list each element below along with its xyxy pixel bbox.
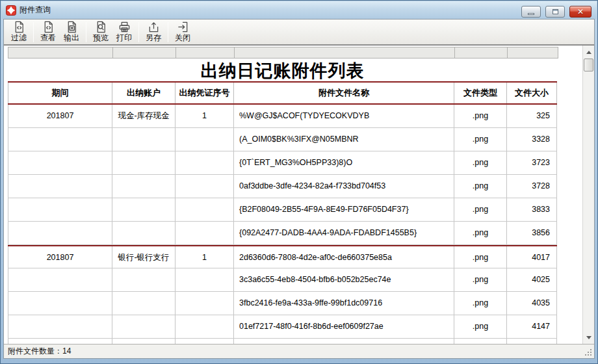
- titlebar[interactable]: 附件查询 ✕: [1, 1, 597, 19]
- cell-period: [8, 151, 112, 174]
- cell-account: [112, 268, 176, 291]
- cell-file-type: .png: [454, 315, 507, 338]
- cell-period: [8, 198, 112, 221]
- print-button[interactable]: 打印: [112, 20, 136, 44]
- view-button[interactable]: 查看: [36, 20, 60, 44]
- cell-file-name: {B2F08049-2B55-4F9A-8E49-FD76F05D4F37}: [234, 198, 454, 221]
- scroll-up-button[interactable]: [584, 47, 594, 57]
- save-as-button[interactable]: 另存: [142, 20, 165, 44]
- cell-file-size: 4017: [507, 246, 557, 268]
- toolbar-separator: [33, 22, 34, 42]
- table-row[interactable]: 201807 银行-银行支行 1 2d6360d6-7808-4d2e-af0c…: [8, 245, 557, 268]
- cell-file-name: {0T`ERT_MG3%OH5PP33)8)O: [234, 151, 454, 174]
- cell-file-size: 3728: [507, 175, 557, 198]
- close-icon: ✕: [577, 8, 584, 16]
- table-header-row: 期间 出纳账户 出纳凭证序号 附件文件名称 文件类型 文件大小: [8, 81, 557, 105]
- table-row-clipped[interactable]: [8, 339, 557, 344]
- cell-file-type: .png: [454, 175, 507, 198]
- cell-period: [8, 128, 112, 151]
- attachment-table: 期间 出纳账户 出纳凭证序号 附件文件名称 文件类型 文件大小 201807 现…: [8, 81, 557, 344]
- minimize-icon: [528, 13, 534, 15]
- cell-file-size: 325: [507, 105, 557, 127]
- cell-file-size: 4035: [507, 292, 557, 315]
- cell-account: [112, 315, 176, 338]
- cell-file-size: [507, 339, 557, 344]
- table-row[interactable]: {092A2477-DADB-4AA4-9ADA-FDABDF1455B5} .…: [8, 222, 557, 245]
- client-area: 过滤 查看 输出: [3, 19, 595, 359]
- cell-file-name: 0af3ddbe-3dfe-4234-82a4-f733bd704f53: [234, 175, 454, 198]
- toolbar-separator: [168, 22, 168, 42]
- output-button[interactable]: 输出: [60, 20, 83, 44]
- table-row[interactable]: {B2F08049-2B55-4F9A-8E49-FD76F05D4F37} .…: [8, 198, 557, 222]
- toolbar-separator: [138, 22, 139, 42]
- cell-voucher-no: [176, 128, 234, 151]
- cell-account: [112, 292, 176, 315]
- column-header: 文件类型: [454, 83, 507, 103]
- maximize-button[interactable]: [545, 6, 565, 18]
- column-header: 文件大小: [507, 83, 557, 103]
- preview-icon: [95, 21, 107, 33]
- band-cell: [508, 47, 558, 58]
- cell-period: 201807: [8, 246, 112, 268]
- maximize-icon: [552, 9, 558, 14]
- cell-file-name: 3c3a6c55-4eb8-4504-bfb6-b052b25ec74e: [234, 268, 454, 291]
- cell-file-type: .png: [454, 292, 507, 315]
- filter-doc-icon: [13, 21, 25, 33]
- cell-file-name: [234, 339, 454, 344]
- vertical-scrollbar[interactable]: [582, 46, 594, 344]
- cell-file-type: .png: [454, 105, 507, 127]
- cell-file-size: 4025: [507, 268, 557, 291]
- app-window: 附件查询 ✕ 过滤 查看: [0, 0, 598, 364]
- table-row[interactable]: 0af3ddbe-3dfe-4234-82a4-f733bd704f53 .pn…: [8, 175, 557, 198]
- toolbar-button-label: 关闭: [175, 33, 190, 42]
- cell-file-name: {092A2477-DADB-4AA4-9ADA-FDABDF1455B5}: [234, 222, 454, 244]
- scrollbar-thumb[interactable]: [584, 58, 593, 72]
- cell-account: [112, 151, 176, 174]
- app-logo-icon: [6, 5, 16, 16]
- print-icon: [118, 21, 131, 33]
- column-header: 附件文件名称: [234, 83, 454, 103]
- preview-button[interactable]: 预览: [89, 20, 112, 44]
- cell-period: [8, 339, 112, 344]
- cell-period: [8, 315, 112, 338]
- view-doc-icon: [42, 21, 55, 33]
- cell-voucher-no: 1: [176, 246, 234, 268]
- grid-column-band: [8, 47, 558, 58]
- close-tool-button[interactable]: 关闭: [171, 20, 194, 44]
- cell-file-type: .png: [454, 222, 507, 244]
- cell-file-name: (A_OIM0$BK%3IFX@N05MBNR: [234, 128, 454, 151]
- arrow-down-icon: [586, 336, 592, 339]
- arrow-up-icon: [586, 51, 592, 54]
- cell-period: [8, 222, 112, 244]
- scroll-down-button[interactable]: [584, 332, 594, 343]
- cell-period: [8, 175, 112, 198]
- band-cell: [8, 47, 113, 58]
- cell-file-name: 3fbc2416-fe9a-433a-9ffe-99bf1dc09716: [234, 292, 454, 315]
- resize-grip[interactable]: [585, 349, 593, 357]
- cell-file-name: 01ef7217-48f0-416f-8b6d-eef0609f27ae: [234, 315, 454, 338]
- table-row[interactable]: 3fbc2416-fe9a-433a-9ffe-99bf1dc09716 .pn…: [8, 292, 557, 315]
- table-row[interactable]: 3c3a6c55-4eb8-4504-bfb6-b052b25ec74e .pn…: [8, 268, 557, 292]
- cell-file-size: 3833: [507, 198, 557, 221]
- table-row[interactable]: 01ef7217-48f0-416f-8b6d-eef0609f27ae .pn…: [8, 315, 557, 339]
- cell-file-name: 2d6360d6-7808-4d2e-af0c-de660375e85a: [234, 246, 454, 268]
- filter-button[interactable]: 过滤: [7, 20, 31, 44]
- toolbar-button-label: 打印: [116, 33, 132, 42]
- cell-account: [112, 175, 176, 198]
- toolbar-button-label: 输出: [64, 33, 79, 42]
- minimize-button[interactable]: [521, 6, 541, 18]
- cell-file-size: 3856: [507, 222, 557, 244]
- cell-file-size: 3723: [507, 151, 557, 174]
- table-row[interactable]: {0T`ERT_MG3%OH5PP33)8)O .png 3723: [8, 151, 557, 175]
- table-row[interactable]: (A_OIM0$BK%3IFX@N05MBNR .png 3328: [8, 128, 557, 151]
- cell-file-name: %W@GJ$ACOF(TYDYECOKVDYB: [234, 105, 454, 127]
- cell-voucher-no: [176, 151, 234, 174]
- save-as-icon: [148, 21, 160, 33]
- status-bar: 附件文件数量：14: [4, 344, 594, 358]
- table-row[interactable]: 201807 现金-库存现金 1 %W@GJ$ACOF(TYDYECOKVDYB…: [8, 105, 557, 128]
- band-cell: [113, 47, 176, 58]
- close-button[interactable]: ✕: [569, 6, 592, 18]
- cell-account: 现金-库存现金: [112, 105, 176, 127]
- toolbar-button-label: 另存: [146, 33, 161, 42]
- cell-voucher-no: [176, 339, 234, 344]
